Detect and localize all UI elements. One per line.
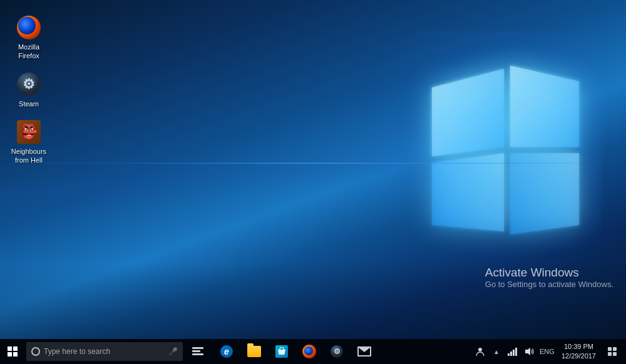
desktop-icon-nfh[interactable]: 👺 Neighbours from Hell	[6, 117, 51, 168]
svg-rect-12	[608, 352, 612, 356]
nfh-icon: 👺	[17, 120, 41, 144]
h-streak	[0, 163, 626, 164]
tray-language[interactable]: ENG	[538, 339, 557, 364]
notification-button[interactable]	[601, 339, 623, 364]
steam-taskbar-icon: ⚙	[331, 345, 343, 358]
search-icon	[31, 347, 40, 356]
firefox-label-line2: Firefox	[18, 52, 39, 59]
svg-marker-2	[432, 153, 504, 231]
tray-chevron-up[interactable]: ▲	[489, 339, 504, 364]
desktop-icons: Mozilla Firefox ⚙ Steam 👺 Neighbours fro…	[0, 6, 58, 173]
firefox-label: Mozilla Firefox	[18, 43, 39, 61]
svg-marker-9	[525, 348, 530, 355]
taskbar-steam[interactable]: ⚙	[323, 339, 351, 364]
tray-network[interactable]	[505, 339, 520, 364]
taskbar-clock[interactable]: 10:39 PM 12/29/2017	[558, 339, 600, 364]
nfh-label-line2: from Hell	[15, 156, 43, 164]
svg-rect-5	[508, 353, 510, 356]
pinned-apps: e ⚙	[213, 339, 378, 364]
nfh-icon-img: 👺	[16, 119, 41, 144]
store-icon	[275, 345, 288, 358]
taskbar-edge[interactable]: e	[213, 339, 240, 364]
firefox-icon	[17, 16, 41, 39]
steam-icon-img: ⚙	[16, 72, 41, 97]
svg-rect-13	[613, 352, 617, 356]
svg-rect-8	[515, 348, 517, 356]
firefox-icon-img	[16, 15, 41, 40]
taskbar-firefox[interactable]	[295, 339, 323, 364]
svg-rect-7	[513, 350, 515, 356]
system-tray: ▲ ENG 10:39 PM 12/29/2017	[473, 339, 626, 364]
tray-people[interactable]	[473, 339, 488, 364]
task-view-button[interactable]	[185, 339, 210, 364]
nfh-label-line1: Neighbours	[11, 148, 46, 155]
search-bar[interactable]: Type here to search 🎤	[26, 342, 183, 361]
mail-icon	[357, 346, 371, 356]
clock-time: 10:39 PM	[564, 342, 593, 351]
desktop-icon-steam[interactable]: ⚙ Steam	[6, 69, 51, 111]
windows-start-icon	[8, 346, 18, 356]
svg-point-4	[478, 348, 482, 351]
nfh-label: Neighbours from Hell	[11, 147, 46, 165]
activate-subtitle: Go to Settings to activate Windows.	[485, 280, 613, 289]
desktop: Mozilla Firefox ⚙ Steam 👺 Neighbours fro…	[0, 0, 626, 339]
svg-marker-1	[510, 66, 579, 147]
svg-marker-3	[510, 153, 579, 235]
steam-label: Steam	[19, 99, 39, 108]
edge-icon: e	[220, 345, 233, 358]
search-placeholder: Type here to search	[44, 347, 165, 356]
taskbar-file-explorer[interactable]	[240, 339, 268, 364]
windows-logo	[413, 50, 588, 263]
task-view-icon	[192, 347, 203, 356]
taskbar-mail[interactable]	[351, 339, 378, 364]
desktop-icon-firefox[interactable]: Mozilla Firefox	[6, 13, 51, 63]
svg-marker-0	[432, 69, 504, 156]
file-explorer-icon	[247, 346, 261, 357]
clock-date: 12/29/2017	[562, 351, 596, 361]
svg-rect-11	[613, 347, 617, 351]
activate-watermark: Activate Windows Go to Settings to activ…	[485, 266, 613, 289]
firefox-label-line1: Mozilla	[18, 43, 39, 51]
chevron-up-icon: ▲	[493, 348, 500, 355]
activate-title: Activate Windows	[485, 266, 613, 280]
microphone-icon: 🎤	[168, 347, 178, 356]
taskbar-store[interactable]	[268, 339, 295, 364]
tray-volume[interactable]	[521, 339, 536, 364]
firefox-taskbar-icon	[302, 345, 316, 358]
start-button[interactable]	[0, 339, 25, 364]
steam-icon: ⚙	[17, 73, 41, 96]
svg-rect-6	[510, 351, 512, 356]
taskbar: Type here to search 🎤 e	[0, 339, 626, 364]
svg-rect-10	[608, 347, 612, 351]
